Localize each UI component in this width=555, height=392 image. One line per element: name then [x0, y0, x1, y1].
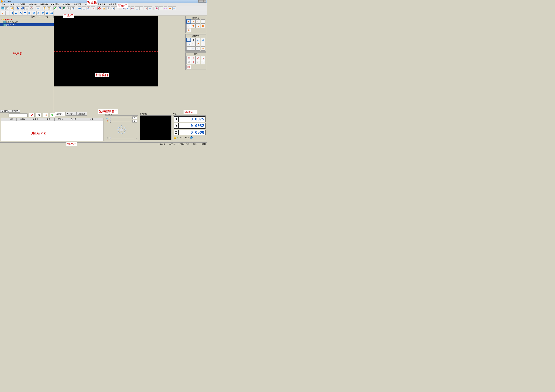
tool-refresh-icon[interactable] — [53, 7, 57, 10]
tool-circle2-icon[interactable] — [159, 7, 163, 10]
elem-arc-icon[interactable] — [14, 11, 18, 15]
mm-path-cursor-icon[interactable] — [186, 46, 191, 50]
tool-axisy-icon[interactable]: y — [91, 7, 95, 10]
ot-graph2-icon[interactable] — [201, 60, 205, 64]
menu-image[interactable]: 影像设置 — [73, 3, 82, 6]
mm-cross-icon[interactable] — [201, 42, 205, 46]
tool-book-icon[interactable] — [1, 7, 5, 10]
mm-box-dashed-icon[interactable] — [196, 38, 200, 42]
tool-star-icon[interactable] — [155, 7, 159, 10]
minimize-button[interactable]: _ — [198, 0, 201, 2]
speed-down-icon[interactable] — [174, 136, 176, 139]
et-point-icon[interactable] — [186, 19, 191, 24]
menu-geom[interactable]: 几何测量 — [17, 3, 26, 6]
close-button[interactable]: × — [204, 0, 206, 2]
check-button[interactable]: ✓ — [29, 113, 35, 117]
tool-word-icon[interactable]: W — [58, 7, 62, 10]
bottom-tab-model[interactable]: 模型管理 — [10, 110, 20, 113]
ot-cal-icon[interactable] — [186, 65, 191, 69]
results-input[interactable] — [8, 114, 28, 117]
tool-dash-icon[interactable] — [148, 7, 152, 10]
tool-saveall-icon[interactable] — [21, 7, 24, 10]
tool-home-icon[interactable] — [102, 7, 106, 10]
tool-dim1-icon[interactable] — [122, 7, 125, 10]
tree-item-1[interactable]: 参数-1 (CCD) — [0, 23, 54, 26]
pattern-button[interactable] — [43, 113, 48, 117]
elem-circle-icon[interactable] — [10, 11, 14, 15]
mm-arc-icon[interactable] — [196, 42, 200, 46]
elem-slot-icon[interactable] — [45, 11, 49, 15]
ot-target-icon[interactable] — [196, 56, 200, 60]
ot-grid-icon[interactable] — [186, 56, 191, 60]
mm-path-auto-icon[interactable] — [191, 46, 196, 50]
et-circle-icon[interactable] — [196, 19, 200, 24]
tool-parallel-icon[interactable] — [139, 7, 143, 10]
ok-button[interactable]: OK — [50, 113, 55, 117]
menu-special[interactable]: 专用软件 — [97, 3, 106, 6]
tool-axis-icon[interactable] — [82, 7, 86, 10]
menu-motion[interactable]: 运动控制 — [62, 3, 71, 6]
tool-joystick-icon[interactable] — [106, 7, 110, 10]
menu-results[interactable]: 测量结果 — [40, 3, 48, 6]
tool-probe-icon[interactable] — [115, 7, 119, 10]
et-line-icon[interactable] — [191, 19, 196, 24]
tool-ellipse2-icon[interactable] — [164, 7, 167, 10]
ot-graph-icon[interactable] — [196, 60, 200, 64]
tool-dist-icon[interactable] — [131, 7, 134, 10]
ot-star-icon[interactable] — [191, 56, 196, 60]
tool-camera-icon[interactable] — [111, 7, 115, 10]
elem-line-icon[interactable] — [5, 11, 9, 15]
tree-root[interactable]: ⊟ 检测组-0 — [0, 18, 54, 21]
tool-list-icon[interactable] — [36, 7, 40, 10]
mm-box-solid-icon[interactable] — [201, 38, 205, 42]
tool-paste-icon[interactable] — [47, 7, 51, 10]
tool-perp-icon[interactable] — [135, 7, 139, 10]
tool-curve-icon[interactable] — [168, 7, 172, 10]
tool-save-icon[interactable] — [16, 7, 20, 10]
menu-settings[interactable]: 基本设置 — [108, 3, 117, 6]
elem-point-icon[interactable] — [1, 11, 5, 15]
tool-import-icon[interactable] — [25, 7, 29, 10]
tool-excel-icon[interactable]: X — [62, 7, 66, 10]
elem-ring-icon[interactable] — [50, 11, 53, 15]
mm-flower2-icon[interactable] — [201, 46, 205, 50]
mm-arc-arrow-icon[interactable] — [191, 42, 196, 46]
menu-touch[interactable]: 接触式测量 — [84, 3, 95, 6]
tree-item-0[interactable]: 参数-0 (BASIC) — [0, 21, 54, 23]
menu-coord[interactable]: 坐标系 — [8, 3, 15, 6]
bottom-tab-results[interactable]: 测量结果 — [0, 110, 10, 113]
tool-angle-icon[interactable] — [126, 7, 130, 10]
tool-print-icon[interactable] — [67, 7, 71, 10]
tool-printpreview-icon[interactable] — [71, 7, 75, 10]
video-view[interactable] — [54, 16, 158, 86]
menu-help[interactable]: 帮助 — [119, 3, 124, 6]
tool-new-icon[interactable] — [5, 7, 9, 10]
elem-plane-icon[interactable] — [41, 11, 45, 15]
ring-light-control[interactable] — [106, 123, 137, 136]
browser-icon[interactable] — [190, 136, 193, 139]
ring-light-slider[interactable] — [110, 138, 134, 138]
ot-hourglass-icon[interactable] — [191, 60, 196, 64]
tool-init-icon[interactable]: INIT — [78, 7, 81, 10]
tool-axisx-icon[interactable]: x — [87, 7, 90, 10]
et-open-curve-icon[interactable] — [196, 24, 200, 28]
et-arc-icon[interactable] — [201, 19, 205, 24]
tool-export-icon[interactable] — [29, 7, 33, 10]
surface-light-slider[interactable] — [110, 118, 131, 118]
tool-open-icon[interactable] — [10, 7, 14, 10]
mm-cursor-icon[interactable] — [191, 38, 196, 42]
et-ellipse-icon[interactable] — [191, 24, 196, 28]
coax-light-slider[interactable] — [110, 121, 131, 121]
et-closed-curve-icon[interactable] — [186, 24, 191, 28]
et-pattern-icon[interactable] — [186, 28, 191, 32]
maximize-button[interactable]: □ — [201, 0, 204, 2]
elem-cylinder-icon[interactable] — [28, 11, 31, 15]
ot-doc-icon[interactable] — [186, 60, 191, 64]
tool-surface-icon[interactable] — [172, 7, 176, 10]
mm-seg-arrow-icon[interactable] — [186, 42, 191, 46]
tool-concentric-icon[interactable] — [144, 7, 148, 10]
elem-ellipse-icon[interactable] — [19, 11, 22, 15]
ot-circleplus-icon[interactable] — [201, 56, 205, 60]
menu-tolerance[interactable]: 形位公差 — [29, 3, 37, 6]
menu-cad[interactable]: CAD系统 — [51, 3, 60, 6]
